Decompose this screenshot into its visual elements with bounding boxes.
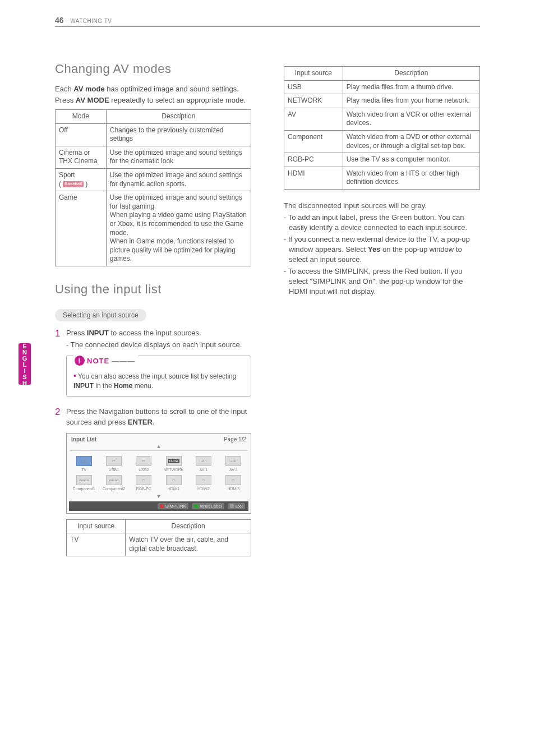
input-usb2[interactable]: ▭USB2 [129,454,159,473]
left-column: Changing AV modes Each AV mode has optim… [55,62,251,568]
icon-label: HDMI1 [159,487,188,491]
source-table-1: Input source Description TV Watch TV ove… [66,519,251,556]
down-arrow-icon[interactable]: ▼ [70,494,247,499]
icon-label: AV 2 [219,468,248,472]
note-label: ! NOTE ——— [73,356,139,366]
dlna-label: DLNA [168,459,179,463]
table-row: Game Use the optimized image and sound s… [56,191,251,266]
up-arrow-icon[interactable]: ▲ [70,444,247,451]
av-intro-2: Press AV MODE repeatedly to select an ap… [55,95,251,105]
language-tab: ENGLISH [19,343,31,385]
src-name: RGB-PC [284,153,343,167]
src-name: TV [67,533,126,556]
list-item: - If you connect a new external device t… [284,234,480,265]
subheading-pill: Selecting an input source [55,309,146,321]
step-number: 1 [55,328,66,350]
input-usb1[interactable]: ▭USB1 [99,454,128,473]
mode-desc: Use the optimized image and sound settin… [106,191,251,266]
input-component1[interactable]: oooooComponent1 [69,473,99,492]
src-desc: Play media files from a thumb drive. [343,80,479,94]
input-icon-grid: ◻◻TV ▭USB1 ▭USB2 DLNANETWORK oooAV 1 ooo… [67,451,251,494]
input-hdmi3[interactable]: ▭HDMI3 [219,473,248,492]
panel-title: Input List [71,436,96,442]
src-desc: Watch video from a HTS or other high def… [343,167,479,189]
list-item: - To access the SIMPLINK, press the Red … [284,266,480,297]
table-row: HDMIWatch video from a HTS or other high… [284,167,480,189]
table-row: AVWatch video from a VCR or other extern… [284,108,480,130]
table-row: ComponentWatch video from a DVD or other… [284,130,480,153]
exit-icon [230,504,234,508]
mode-name: Off [56,123,107,146]
step-text: Press the Navigation buttons to scroll t… [66,407,251,427]
source-table-2: Input source Description USBPlay media f… [284,66,480,190]
col-header: Description [106,110,251,124]
icon-label: Component1 [70,487,98,491]
page-header: 46 WATCHING TV [55,16,480,27]
heading-av-modes: Changing AV modes [55,62,251,76]
table-row: Sport ( Baseball ) Use the optimized ima… [56,169,251,191]
icon-label: HDMI3 [219,487,248,491]
input-av2[interactable]: oooAV 2 [219,454,248,473]
mode-name: Cinema or THX Cinema [56,146,107,168]
table-row: USBPlay media files from a thumb drive. [284,80,480,94]
table-row: Cinema or THX Cinema Use the optimized i… [56,146,251,168]
src-desc: Watch video from a DVD or other external… [343,130,479,153]
component-icon: ooooo [76,475,92,485]
info-icon: ! [75,356,85,366]
icon-label: NETWORK [159,468,188,472]
input-component2[interactable]: oooooComponent2 [99,473,128,492]
input-rgbpc[interactable]: ▭RGB-PC [129,473,159,492]
mode-name: Sport ( Baseball ) [56,169,107,191]
col-header: Description [126,519,251,533]
src-desc: Play media files from your home network. [343,94,479,108]
av-intro-1: Each AV mode has optimized image and sou… [55,84,251,94]
src-name: HDMI [284,167,343,189]
list-item: - To add an input label, press the Green… [284,213,480,233]
bold-text: Home [114,382,132,390]
table-row: RGB-PCUse the TV as a computer monitor. [284,153,480,167]
bold-text: ENTER [128,418,153,426]
av-icon: ooo [225,456,241,466]
text: has optimized image and sound settings. [105,85,239,93]
icon-label: USB1 [99,468,128,472]
text: Press [55,96,76,104]
icon-label: USB2 [130,468,158,472]
text: menu. [132,382,153,390]
panel-footer: SIMPLINK Input Label Exit [69,501,248,511]
icon-label: RGB-PC [130,487,158,491]
hdmi-icon: ▭ [196,475,211,485]
input-hdmi2[interactable]: ▭HDMI2 [188,473,218,492]
bold-text: INPUT [87,329,109,337]
input-hdmi1[interactable]: ▭HDMI1 [159,473,188,492]
table-row: NETWORKPlay media files from your home n… [284,94,480,108]
page-number: 46 [55,16,64,25]
table-row: Input source Description [67,519,251,533]
exit-button[interactable]: Exit [228,503,245,509]
input-network[interactable]: DLNANETWORK [159,454,188,473]
notes-list: - To add an input label, press the Green… [284,213,480,297]
text: to access the input sources. [109,329,201,337]
src-desc: Watch TV over the air, cable, and digita… [126,533,251,556]
hdmi-icon: ▭ [166,475,182,485]
simplink-button[interactable]: SIMPLINK [158,503,188,509]
col-header: Mode [56,110,107,124]
text: Press the Navigation buttons to scroll t… [66,407,247,426]
mode-desc: Use the optimized image and sound settin… [106,146,251,168]
input-label-button[interactable]: Input Label [192,503,224,509]
text: Press [66,329,87,337]
hdmi-icon: ▭ [225,475,241,485]
src-desc: Watch video from a VCR or other external… [343,108,479,130]
mode-desc: Changes to the previously customized set… [106,123,251,146]
input-av1[interactable]: oooAV 1 [188,454,218,473]
bold-text: INPUT [73,382,94,390]
table-row: Mode Description [56,110,251,124]
icon-label: HDMI2 [189,487,218,491]
tv-icon: ◻◻ [76,456,92,466]
chip-label: Input Label [200,504,222,509]
icon-label: Component2 [99,487,128,491]
usb-icon: ▭ [106,456,122,466]
baseball-icon: Baseball [63,181,84,187]
text: ( [59,180,63,188]
green-square-icon [194,504,198,508]
input-tv[interactable]: ◻◻TV [69,454,99,473]
